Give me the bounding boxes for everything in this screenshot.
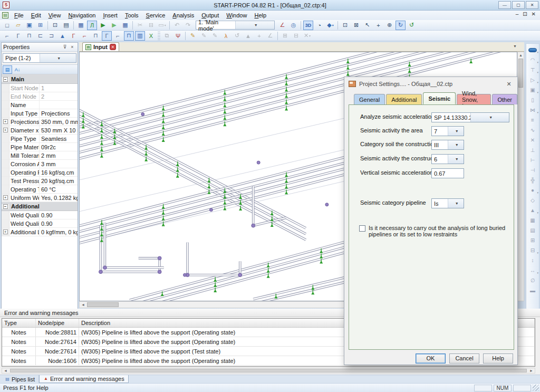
- expand-icon[interactable]: +: [3, 119, 8, 124]
- property-row[interactable]: Weld Quality0.90: [2, 219, 78, 228]
- property-row[interactable]: Test Pressure20 kgf/sq.cm: [2, 177, 78, 185]
- property-row[interactable]: Operating Pre16 kgf/sq.cm: [2, 168, 78, 177]
- node-marker-icon[interactable]: ▲: [57, 31, 68, 41]
- insert-offset-icon[interactable]: ⊓: [24, 31, 34, 41]
- insert-bend-icon[interactable]: Γ: [13, 31, 23, 41]
- scrollbar-thumb[interactable]: [518, 59, 523, 88]
- column-header-node[interactable]: Node/pipe: [36, 319, 79, 327]
- field-select[interactable]: 6▼: [431, 154, 464, 164]
- field-select[interactable]: 7▼: [431, 126, 464, 136]
- property-section-header[interactable]: −Main: [2, 75, 78, 84]
- dialog-tab-additional[interactable]: Additional: [386, 94, 422, 104]
- world-view-icon[interactable]: ◎: [288, 21, 298, 30]
- categorized-view-icon[interactable]: ▤: [3, 65, 12, 74]
- edit-node-icon[interactable]: ✎: [199, 31, 209, 41]
- stretch-tool-icon[interactable]: ↕: [527, 255, 538, 265]
- property-value[interactable]: Yes, 0.1282 kgf/m: [40, 194, 78, 202]
- property-section-header[interactable]: −Additional: [2, 202, 78, 211]
- delete-icon[interactable]: ✕▾: [302, 31, 312, 41]
- refresh-view-icon[interactable]: ↺: [407, 21, 417, 30]
- warnings-icon[interactable]: ▲: [243, 31, 253, 41]
- insert-spring-hanger-icon[interactable]: ⊣: [527, 165, 538, 175]
- edit-all-icon[interactable]: ✎: [210, 31, 220, 41]
- insert-vessel-icon[interactable]: ▤: [527, 225, 538, 235]
- collapse-icon[interactable]: −: [3, 204, 8, 209]
- open-file-icon[interactable]: ▱: [13, 21, 23, 30]
- field-input[interactable]: 0.67: [431, 168, 464, 178]
- calculator-icon[interactable]: ▦: [120, 21, 130, 30]
- property-value[interactable]: 20 kgf/sq.cm: [40, 177, 78, 185]
- close-panel-icon[interactable]: ×: [69, 44, 76, 50]
- insert-branch-icon[interactable]: ▷▾: [527, 75, 538, 85]
- ok-button[interactable]: OK: [416, 353, 446, 364]
- field-select[interactable]: SP 14.13330.2014 (Russia)▼: [431, 112, 509, 122]
- scrollbar-thumb[interactable]: [10, 369, 527, 372]
- resize-grip[interactable]: [533, 385, 539, 391]
- property-row[interactable]: Input TypeProjections: [2, 109, 78, 118]
- tree-structure-icon[interactable]: Ψ: [173, 31, 183, 41]
- undo-icon[interactable]: ↶: [172, 21, 182, 30]
- print-preview-icon[interactable]: ⊡: [50, 21, 60, 30]
- measure-angle-icon[interactable]: ∠: [265, 31, 275, 41]
- property-value[interactable]: 1: [40, 84, 78, 92]
- insert-reducer-icon[interactable]: ⋈▾: [527, 105, 538, 115]
- import-icon[interactable]: ⊞: [280, 31, 290, 41]
- collapse-icon[interactable]: −: [3, 77, 8, 82]
- property-row[interactable]: Corrosion All3 mm: [2, 160, 78, 168]
- property-value[interactable]: 3 mm: [40, 160, 78, 168]
- property-value[interactable]: 2: [40, 92, 78, 100]
- angle-tool-icon[interactable]: ∠: [277, 21, 287, 30]
- insert-pump-icon[interactable]: ▦: [527, 215, 538, 225]
- dialog-title-bar[interactable]: Project Settings.... - Общая__02.ctp ✕: [344, 77, 517, 91]
- mode-dropdown[interactable]: 1. 'Main mode'▼: [196, 21, 275, 30]
- insert-bend-icon[interactable]: ◠▾: [527, 55, 538, 65]
- menu-tools[interactable]: Tools: [121, 11, 142, 20]
- copy-object-icon[interactable]: ⧉: [162, 31, 172, 41]
- property-value[interactable]: 530 mm X 10 mm: [40, 126, 78, 134]
- expand-icon[interactable]: +: [3, 230, 8, 234]
- show-supports-icon[interactable]: ⊓: [124, 31, 134, 41]
- scrollbar-thumb[interactable]: [87, 302, 119, 307]
- paste-icon[interactable]: ▭▾: [157, 21, 167, 30]
- view-3d-icon[interactable]: 3D: [303, 21, 313, 30]
- field-select[interactable]: Is▼: [431, 198, 464, 208]
- property-value[interactable]: Projections: [40, 109, 78, 117]
- reset-results-icon[interactable]: ↺: [232, 31, 242, 41]
- menu-analysis[interactable]: Analysis: [169, 11, 198, 20]
- messages-horizontal-scrollbar[interactable]: ◄ ►: [2, 368, 535, 374]
- run-analysis-icon[interactable]: λ: [221, 31, 231, 41]
- menu-edit[interactable]: Edit: [27, 11, 45, 20]
- pin-icon[interactable]: ⊽: [61, 44, 69, 50]
- rotate-view-icon[interactable]: ↻: [396, 21, 406, 30]
- property-row[interactable]: Mill Toleranc2 mm: [2, 151, 78, 160]
- units-icon[interactable]: ▦: [76, 21, 86, 30]
- minimize-button[interactable]: —: [498, 1, 511, 9]
- insert-rod-hanger-icon[interactable]: ╬: [527, 175, 538, 185]
- offset-tool-icon[interactable]: ↔▾: [527, 265, 538, 275]
- move-model-icon[interactable]: +: [254, 31, 264, 41]
- insert-expansion-joint-icon[interactable]: ∿: [527, 125, 538, 135]
- copy-icon[interactable]: ⊟: [146, 21, 156, 30]
- insert-flange-icon[interactable]: ≡: [527, 115, 538, 125]
- insert-insulation-icon[interactable]: ◇: [527, 195, 538, 205]
- property-value[interactable]: [40, 101, 78, 109]
- dialog-tab-general[interactable]: General: [354, 94, 385, 104]
- insert-riser-icon[interactable]: ⊐: [46, 31, 56, 41]
- property-row[interactable]: Name: [2, 101, 78, 109]
- dialog-tab-other[interactable]: Other: [492, 94, 517, 104]
- export-excel-icon[interactable]: X: [146, 31, 156, 41]
- insert-sliding-support-icon[interactable]: ⊥: [527, 145, 538, 155]
- property-value[interactable]: 0.90: [40, 211, 78, 219]
- property-value[interactable]: 60 °C: [40, 185, 78, 193]
- select-cursor-icon[interactable]: ↖: [362, 21, 372, 30]
- remove-element-icon[interactable]: ⊟▾: [527, 245, 538, 255]
- viewport-vertical-scrollbar[interactable]: ▲: [517, 52, 524, 301]
- property-row[interactable]: Weld Quality0.90: [2, 211, 78, 219]
- tabstrip-overflow-icon[interactable]: ▼: [513, 44, 517, 48]
- find-icon[interactable]: ◔: [314, 21, 324, 30]
- property-value[interactable]: 0 kgf/mm, 0 kgf/: [40, 228, 78, 236]
- zoom-in-icon[interactable]: ⊕: [384, 21, 394, 30]
- close-button[interactable]: ✕: [526, 1, 538, 9]
- insert-loop-icon[interactable]: ⊏: [35, 31, 45, 41]
- insert-pipe-icon[interactable]: ⌐: [2, 31, 12, 41]
